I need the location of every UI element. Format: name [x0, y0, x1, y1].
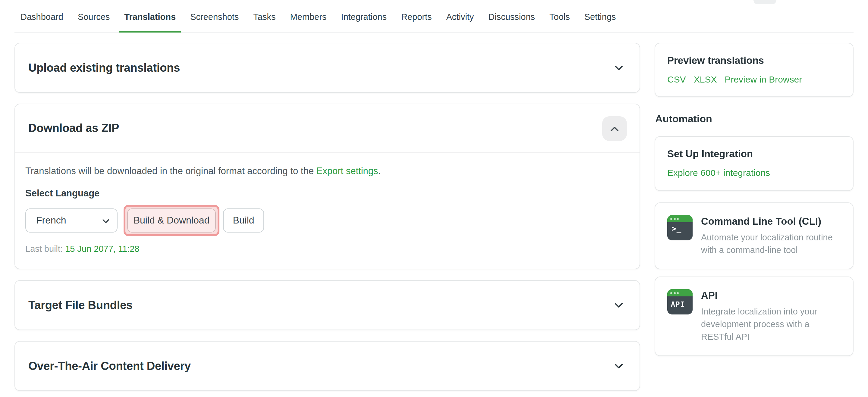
panel-title: Over-The-Air Content Delivery	[28, 359, 191, 373]
tab-tools[interactable]: Tools	[545, 0, 575, 33]
tab-sources[interactable]: Sources	[73, 0, 115, 33]
tab-translations[interactable]: Translations	[119, 0, 181, 33]
panel-target-file-bundles[interactable]: Target File Bundles	[14, 280, 640, 330]
build-and-download-button[interactable]: Build & Download	[127, 208, 216, 233]
explore-integrations-link[interactable]: Explore 600+ integrations	[667, 167, 770, 178]
tab-dashboard[interactable]: Dashboard	[16, 0, 68, 33]
panel-title: Upload existing translations	[28, 61, 180, 74]
automation-heading: Automation	[655, 113, 854, 125]
api-terminal-icon: API	[667, 289, 692, 315]
panel-title: Download as ZIP	[28, 122, 119, 135]
terminal-cli-icon: >_	[667, 215, 692, 240]
api-icon-label: API	[667, 296, 692, 308]
tab-integrations[interactable]: Integrations	[336, 0, 392, 33]
tab-reports[interactable]: Reports	[396, 0, 437, 33]
window-dot	[677, 218, 679, 220]
chevron-up-icon	[611, 124, 618, 133]
tab-activity[interactable]: Activity	[441, 0, 479, 33]
cli-title: Command Line Tool (CLI)	[701, 215, 841, 228]
panel-upload-existing-translations[interactable]: Upload existing translations	[14, 43, 640, 93]
action-highlight-box: Build & Download	[124, 205, 219, 236]
download-description: Translations will be downloaded in the o…	[25, 166, 627, 176]
last-built-status: Last built: 15 Jun 2077, 11:28	[25, 244, 627, 254]
project-tab-bar: Dashboard Sources Translations Screensho…	[14, 0, 854, 33]
chevron-down-icon	[615, 364, 623, 368]
language-select-value: French	[36, 215, 66, 226]
window-dot	[674, 292, 675, 294]
last-built-date: 15 Jun 2077, 11:28	[65, 244, 139, 254]
tab-discussions[interactable]: Discussions	[484, 0, 540, 33]
panel-download-as-zip: Download as ZIP Translations will be dow…	[14, 104, 640, 269]
select-caret-icon	[102, 215, 109, 226]
window-dot	[674, 218, 675, 220]
preview-in-browser-link[interactable]: Preview in Browser	[724, 74, 802, 84]
xlsx-link[interactable]: XLSX	[694, 74, 717, 84]
chevron-down-icon	[615, 303, 623, 307]
terminal-prompt-glyph: >_	[667, 222, 692, 233]
partially-visible-top-pill	[753, 0, 776, 4]
window-dot	[677, 292, 679, 294]
panel-over-the-air-content-delivery[interactable]: Over-The-Air Content Delivery	[14, 341, 640, 391]
tab-screenshots[interactable]: Screenshots	[185, 0, 244, 33]
tab-settings[interactable]: Settings	[580, 0, 621, 33]
collapse-panel-button[interactable]	[602, 116, 627, 141]
select-language-label: Select Language	[25, 188, 627, 199]
download-as-zip-header[interactable]: Download as ZIP	[15, 104, 640, 153]
csv-link[interactable]: CSV	[667, 74, 686, 84]
sidebar: Preview translations CSV XLSX Preview in…	[655, 43, 854, 397]
language-select[interactable]: French	[25, 208, 118, 233]
tab-tasks[interactable]: Tasks	[248, 0, 280, 33]
panel-title: Target File Bundles	[28, 298, 133, 312]
set-up-integration-card: Set Up Integration Explore 600+ integrat…	[655, 136, 854, 191]
preview-translations-title: Preview translations	[667, 55, 841, 66]
export-settings-link[interactable]: Export settings	[316, 166, 378, 176]
cli-promo-card[interactable]: >_ Command Line Tool (CLI) Automate your…	[655, 202, 854, 269]
window-dot	[670, 218, 672, 220]
set-up-integration-title: Set Up Integration	[667, 148, 841, 160]
main-column: Upload existing translations Download as…	[14, 43, 640, 397]
chevron-down-icon	[615, 65, 623, 70]
build-button[interactable]: Build	[223, 208, 264, 233]
cli-description: Automate your localization routine with …	[701, 231, 841, 257]
api-promo-card[interactable]: API API Integrate localization into your…	[655, 276, 854, 356]
window-dot	[670, 292, 672, 294]
api-title: API	[701, 289, 841, 302]
preview-translations-card: Preview translations CSV XLSX Preview in…	[655, 43, 854, 97]
api-description: Integrate localization into your develop…	[701, 305, 841, 343]
tab-members[interactable]: Members	[285, 0, 332, 33]
page: Dashboard Sources Translations Screensho…	[0, 0, 868, 397]
